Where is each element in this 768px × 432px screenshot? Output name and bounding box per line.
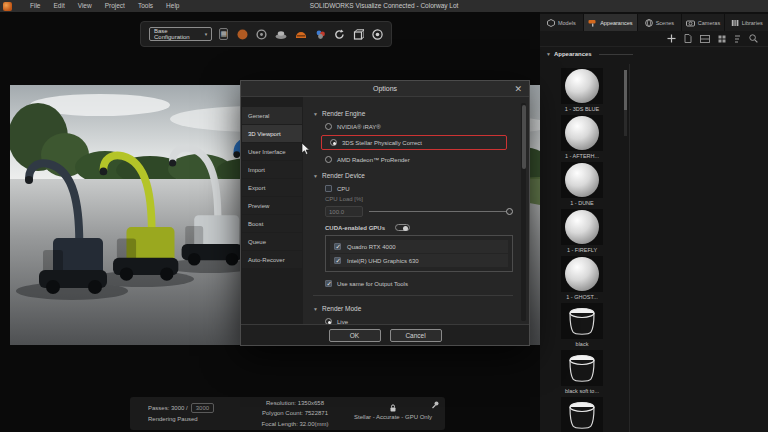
radio-nvidia-iray[interactable]: NVIDIA® iRAY® <box>325 123 513 130</box>
engine-status-group: Stellar - Accurate - GPU Only <box>350 404 436 422</box>
render-mode-section-header[interactable]: ▼ Render Mode <box>313 305 513 312</box>
radio-amd-prorender[interactable]: AMD Radeon™ ProRender <box>325 156 513 163</box>
radio-selected-icon <box>330 139 337 146</box>
palette-tabs: Models Appearances Scenes Cameras Librar… <box>540 12 768 31</box>
slider-knob[interactable] <box>506 208 513 215</box>
render-device-section-header[interactable]: ▼ Render Device <box>313 172 513 179</box>
add-icon[interactable] <box>667 34 676 43</box>
menu-file[interactable]: File <box>30 0 40 12</box>
cpu-checkbox-row[interactable]: CPU <box>325 185 513 192</box>
highlight-box: 3DS Stellar Physically Correct <box>321 135 507 150</box>
appearance-item[interactable]: 1 - 3DS BLUE <box>544 68 620 112</box>
grid-view-icon[interactable] <box>718 35 726 43</box>
tab-label: Appearances <box>600 20 632 26</box>
gpu-row-quadro[interactable]: Quadro RTX 4000 <box>330 240 508 253</box>
render-engine-section-header[interactable]: ▼ Render Engine <box>313 110 513 117</box>
menu-help[interactable]: Help <box>166 0 179 12</box>
palette-panel: Models Appearances Scenes Cameras Librar… <box>540 12 768 432</box>
appearance-list: 1 - 3DS BLUE 1 - AFTERH... 1 - DUNE 1 - … <box>544 68 624 432</box>
pin-icon[interactable] <box>431 401 439 409</box>
sidebar-item-auto-recover[interactable]: Auto-Recover <box>242 251 302 268</box>
close-icon[interactable]: ✕ <box>514 81 522 97</box>
search-icon[interactable] <box>749 34 758 43</box>
passes-value[interactable]: 3000 <box>191 403 214 413</box>
appearance-item[interactable]: 1 - FIREFLY <box>544 209 620 253</box>
scrollbar-thumb[interactable] <box>624 70 627 110</box>
appearance-item[interactable]: 1 - GHOST... <box>544 256 620 300</box>
cpu-load-row: CPU Load [%] <box>325 196 513 202</box>
appearance-item[interactable]: black spray... <box>544 397 620 432</box>
radio-icon <box>325 123 332 130</box>
group-icon[interactable] <box>275 29 287 40</box>
sidebar-item-import[interactable]: Import <box>242 161 302 178</box>
helmet-icon[interactable] <box>295 29 307 40</box>
gpu-label: Intel(R) UHD Graphics 630 <box>347 258 419 264</box>
radio-live[interactable]: Live <box>325 318 513 324</box>
appearance-item[interactable]: 1 - DUNE <box>544 162 620 206</box>
render-icon[interactable] <box>372 29 383 40</box>
collapse-caret-icon: ▼ <box>313 111 318 117</box>
focal-length-label: Focal Length: 32.00(mm) <box>240 419 350 429</box>
sidebar-item-export[interactable]: Export <box>242 179 302 196</box>
checkbox-checked-icon <box>334 243 341 250</box>
appearance-item[interactable]: black soft to... <box>544 350 620 394</box>
divider <box>599 54 633 55</box>
turntable-icon[interactable] <box>256 29 267 40</box>
tab-scenes[interactable]: Scenes <box>638 14 681 31</box>
dialog-scrollbar[interactable] <box>521 103 526 321</box>
menu-project[interactable]: Project <box>105 0 125 12</box>
ok-button[interactable]: OK <box>329 329 381 342</box>
options-dialog: Options ✕ General 3D Viewport User Inter… <box>240 80 530 346</box>
sidebar-item-boost[interactable]: Boost <box>242 215 302 232</box>
appearance-item[interactable]: black <box>544 303 620 347</box>
layout-icon[interactable] <box>700 35 710 43</box>
configuration-dropdown[interactable]: Base Configuration ▾ <box>149 27 212 41</box>
options-dialog-title: Options <box>241 81 529 97</box>
lock-icon <box>389 404 397 412</box>
menu-edit[interactable]: Edit <box>53 0 64 12</box>
menu-tools[interactable]: Tools <box>138 0 153 12</box>
render-engine-header-label: Render Engine <box>322 110 365 117</box>
chevron-down-icon: ▾ <box>205 31 208 37</box>
mouse-cursor <box>301 143 311 155</box>
sidebar-item-user-interface[interactable]: User Interface <box>242 143 302 160</box>
cpu-load-label: CPU Load [%] <box>325 196 363 202</box>
radio-3ds-stellar[interactable]: 3DS Stellar Physically Correct <box>330 139 502 146</box>
cube-icon <box>547 19 555 27</box>
appearances-tree-header[interactable]: ▼ Appearances <box>540 47 768 59</box>
cpu-load-input[interactable]: 100.0 <box>325 206 363 217</box>
tab-models[interactable]: Models <box>540 14 583 31</box>
configuration-label: Base Configuration <box>154 28 205 40</box>
import-file-icon[interactable] <box>684 34 692 43</box>
cancel-button[interactable]: Cancel <box>390 329 442 342</box>
gpu-row-intel[interactable]: Intel(R) UHD Graphics 630 <box>330 254 508 267</box>
appearance-item[interactable]: 1 - AFTERH... <box>544 115 620 159</box>
globe-icon <box>645 19 653 27</box>
configuration-grid-button[interactable]: ▦ <box>219 28 228 40</box>
sphere-thumbnail <box>561 209 603 245</box>
sidebar-item-queue[interactable]: Queue <box>242 233 302 250</box>
sphere-thumbnail <box>561 68 603 104</box>
tab-cameras[interactable]: Cameras <box>682 14 725 31</box>
appearance-icon[interactable] <box>315 29 326 40</box>
sidebar-item-preview[interactable]: Preview <box>242 197 302 214</box>
use-same-row[interactable]: Use same for Output Tools <box>325 280 513 287</box>
cpu-load-slider[interactable] <box>369 206 513 217</box>
render-queue-icon[interactable] <box>353 29 364 40</box>
sidebar-item-general[interactable]: General <box>242 107 302 124</box>
cuda-toggle[interactable] <box>395 224 410 231</box>
appearance-list-scrollbar[interactable] <box>624 70 627 136</box>
options-content: ▼ Render Engine NVIDIA® iRAY® 3DS Stella… <box>303 97 529 324</box>
model-icon[interactable] <box>237 29 248 40</box>
menu-view[interactable]: View <box>78 0 92 12</box>
sidebar-item-3d-viewport[interactable]: 3D Viewport <box>242 125 302 142</box>
paint-bucket-thumbnail <box>561 350 603 386</box>
tab-appearances[interactable]: Appearances <box>584 14 637 31</box>
scrollbar-thumb[interactable] <box>522 105 526 169</box>
options-dialog-header[interactable]: Options ✕ <box>241 81 529 97</box>
books-icon <box>731 19 739 27</box>
sort-icon[interactable] <box>734 35 741 43</box>
tab-libraries[interactable]: Libraries <box>725 14 768 31</box>
refresh-icon[interactable] <box>334 29 345 40</box>
app-logo-icon <box>3 2 12 11</box>
